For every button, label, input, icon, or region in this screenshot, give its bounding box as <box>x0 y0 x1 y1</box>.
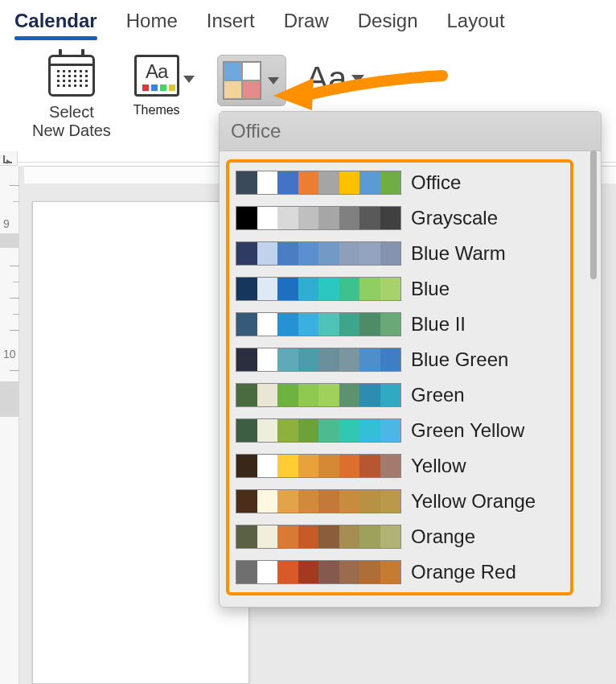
fonts-Aa-icon: Aa <box>306 60 347 98</box>
color-scheme-option[interactable]: Office <box>236 171 564 195</box>
theme-fonts-chevron-icon <box>351 75 364 83</box>
color-scheme-label: Blue Green <box>411 348 508 371</box>
color-scheme-swatches <box>236 312 401 336</box>
color-scheme-label: Office <box>411 171 461 194</box>
dropdown-scrollbar[interactable] <box>589 150 598 602</box>
color-scheme-option[interactable]: Yellow Orange <box>236 489 564 513</box>
color-scheme-swatches <box>236 206 401 230</box>
ribbon-tabs: Calendar Home Insert Draw Design Layout <box>0 0 616 43</box>
theme-colors-icon <box>223 61 261 100</box>
color-scheme-label: Blue Warm <box>411 242 506 265</box>
color-scheme-option[interactable]: Grayscale <box>236 206 564 230</box>
themes-dropdown-chevron-icon[interactable] <box>183 76 195 83</box>
color-scheme-label: Grayscale <box>411 207 498 229</box>
ruler-mark-9: 9 <box>3 217 10 230</box>
color-scheme-label: Green Yellow <box>411 419 524 442</box>
color-scheme-swatches <box>236 454 401 478</box>
calendar-icon <box>48 55 95 97</box>
color-scheme-option[interactable]: Blue <box>236 277 564 301</box>
color-scheme-option[interactable]: Green Yellow <box>236 418 564 443</box>
color-scheme-swatches <box>236 489 401 513</box>
color-scheme-option[interactable]: Blue II <box>236 312 564 336</box>
color-scheme-swatches <box>236 418 401 443</box>
tab-home[interactable]: Home <box>126 10 178 32</box>
tab-insert[interactable]: Insert <box>207 10 255 32</box>
color-scheme-label: Green <box>411 384 465 406</box>
color-schemes-highlight-box: OfficeGrayscaleBlue WarmBlueBlue IIBlue … <box>226 159 573 595</box>
color-scheme-label: Blue II <box>411 313 466 336</box>
theme-fonts-button[interactable]: Aa <box>306 60 364 98</box>
color-scheme-label: Yellow Orange <box>411 490 536 513</box>
tab-layout[interactable]: Layout <box>447 10 505 32</box>
color-scheme-option[interactable]: Orange <box>236 525 564 549</box>
theme-colors-button[interactable] <box>217 55 286 106</box>
select-new-dates-label: Select New Dates <box>32 103 111 140</box>
ruler-mark-10: 10 <box>3 348 16 361</box>
color-scheme-label: Blue <box>411 278 450 300</box>
tab-draw[interactable]: Draw <box>284 10 329 32</box>
color-scheme-swatches <box>236 525 401 549</box>
color-scheme-swatches <box>236 348 401 372</box>
themes-icon-swatches <box>142 84 175 91</box>
dropdown-scrollbar-thumb[interactable] <box>590 150 597 279</box>
color-scheme-swatches <box>236 383 401 407</box>
color-scheme-label: Orange Red <box>411 561 516 583</box>
color-scheme-option[interactable]: Orange Red <box>236 560 564 584</box>
color-scheme-option[interactable]: Yellow <box>236 454 564 478</box>
theme-colors-dropdown: Office OfficeGrayscaleBlue WarmBlueBlue … <box>219 111 602 608</box>
color-scheme-swatches <box>236 241 401 266</box>
themes-label: Themes <box>133 103 180 117</box>
tab-stop-selector[interactable] <box>0 151 18 166</box>
tab-design[interactable]: Design <box>358 10 418 32</box>
themes-button[interactable]: Aa Themes <box>133 53 180 117</box>
color-scheme-swatches <box>236 560 401 584</box>
color-scheme-swatches <box>236 171 401 195</box>
theme-colors-chevron-icon <box>268 77 279 84</box>
ruler-vertical[interactable]: 9 10 <box>0 166 19 684</box>
color-scheme-swatches <box>236 277 401 301</box>
themes-icon: Aa <box>134 55 179 97</box>
select-new-dates-button[interactable]: Select New Dates <box>32 53 111 140</box>
color-scheme-option[interactable]: Blue Green <box>236 348 564 372</box>
color-scheme-label: Orange <box>411 525 475 548</box>
tab-calendar[interactable]: Calendar <box>14 10 97 32</box>
color-scheme-option[interactable]: Green <box>236 383 564 407</box>
theme-colors-dropdown-header: Office <box>220 112 601 151</box>
color-scheme-label: Yellow <box>411 455 466 477</box>
color-scheme-option[interactable]: Blue Warm <box>236 241 564 266</box>
document-page[interactable] <box>32 201 249 684</box>
